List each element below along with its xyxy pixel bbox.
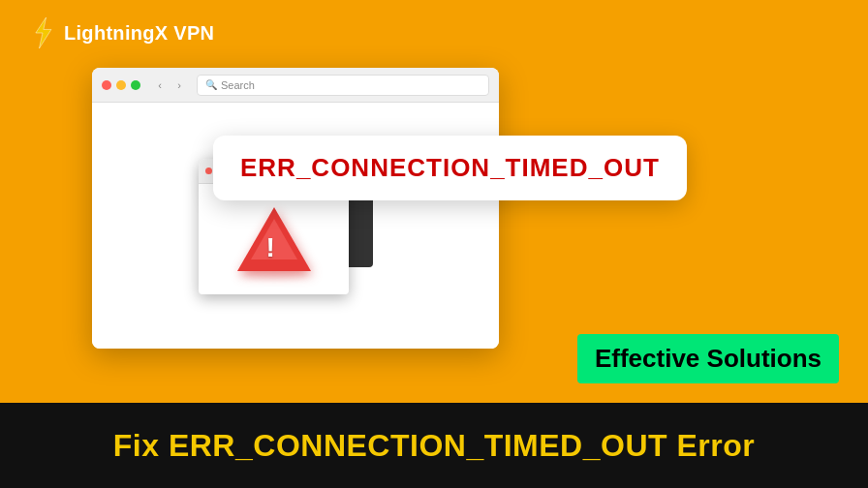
browser-window: ‹ › 🔍 Search: [92, 68, 499, 349]
forward-btn[interactable]: ›: [171, 77, 187, 93]
dialog-close-dot: [205, 168, 212, 174]
maximize-dot: [131, 80, 140, 90]
bottom-bar: Fix ERR_CONNECTION_TIMED_OUT Error: [0, 403, 868, 488]
browser-nav: ‹ ›: [152, 77, 187, 93]
address-placeholder: Search: [221, 79, 255, 91]
close-dot: [102, 80, 111, 90]
solutions-text: Effective Solutions: [595, 344, 822, 373]
lightning-bolt-icon: [29, 17, 56, 48]
exclamation-mark: !: [266, 234, 275, 261]
warning-triangle: !: [237, 207, 311, 271]
solutions-badge: Effective Solutions: [577, 334, 839, 383]
address-bar[interactable]: 🔍 Search: [197, 75, 489, 96]
back-btn[interactable]: ‹: [152, 77, 168, 93]
error-badge: ERR_CONNECTION_TIMED_OUT: [213, 136, 687, 200]
warning-triangle-container: !: [231, 200, 318, 278]
header: LightningX VPN: [29, 17, 214, 48]
brand-name: LightningX VPN: [64, 22, 214, 45]
search-icon: 🔍: [205, 79, 217, 90]
traffic-lights: [102, 80, 140, 90]
browser-toolbar: ‹ › 🔍 Search: [92, 68, 499, 103]
minimize-dot: [116, 80, 126, 90]
error-code-text: ERR_CONNECTION_TIMED_OUT: [240, 153, 660, 182]
footer-title: Fix ERR_CONNECTION_TIMED_OUT Error: [113, 428, 755, 464]
svg-marker-0: [36, 17, 51, 48]
